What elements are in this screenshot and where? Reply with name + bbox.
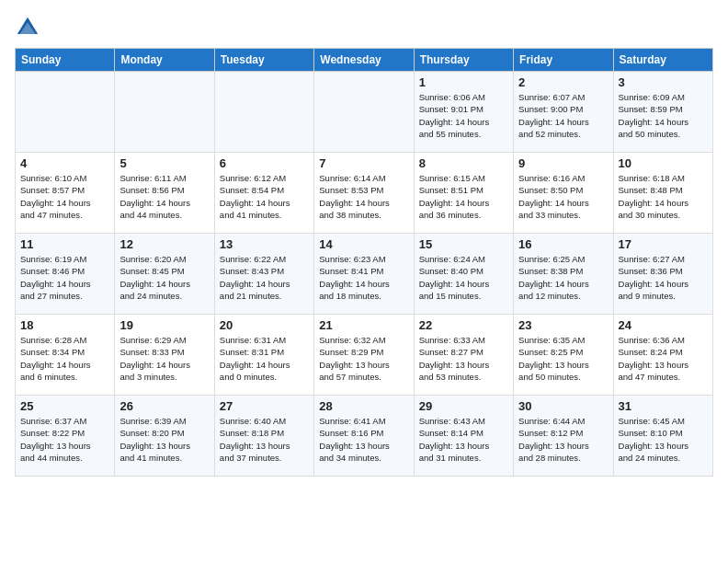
day-info: Sunrise: 6:44 AM Sunset: 8:12 PM Dayligh… bbox=[518, 415, 608, 464]
day-info: Sunrise: 6:20 AM Sunset: 8:45 PM Dayligh… bbox=[119, 253, 209, 302]
calendar-cell: 28Sunrise: 6:41 AM Sunset: 8:16 PM Dayli… bbox=[314, 396, 414, 477]
day-number: 13 bbox=[220, 237, 309, 251]
day-number: 30 bbox=[518, 399, 608, 413]
calendar-cell: 11Sunrise: 6:19 AM Sunset: 8:46 PM Dayli… bbox=[16, 234, 115, 315]
calendar-cell: 31Sunrise: 6:45 AM Sunset: 8:10 PM Dayli… bbox=[613, 396, 712, 477]
logo bbox=[15, 15, 44, 40]
day-number: 29 bbox=[419, 399, 508, 413]
calendar-week-row: 18Sunrise: 6:28 AM Sunset: 8:34 PM Dayli… bbox=[16, 315, 713, 396]
calendar-cell: 16Sunrise: 6:25 AM Sunset: 8:38 PM Dayli… bbox=[514, 234, 613, 315]
day-info: Sunrise: 6:16 AM Sunset: 8:50 PM Dayligh… bbox=[518, 172, 608, 221]
day-info: Sunrise: 6:23 AM Sunset: 8:41 PM Dayligh… bbox=[319, 253, 408, 302]
calendar-cell: 9Sunrise: 6:16 AM Sunset: 8:50 PM Daylig… bbox=[514, 153, 613, 234]
calendar-cell: 22Sunrise: 6:33 AM Sunset: 8:27 PM Dayli… bbox=[414, 315, 513, 396]
day-info: Sunrise: 6:37 AM Sunset: 8:22 PM Dayligh… bbox=[20, 415, 109, 464]
calendar-cell: 8Sunrise: 6:15 AM Sunset: 8:51 PM Daylig… bbox=[414, 153, 513, 234]
day-info: Sunrise: 6:19 AM Sunset: 8:46 PM Dayligh… bbox=[20, 253, 109, 302]
day-of-week-header: Wednesday bbox=[314, 49, 414, 72]
calendar-cell bbox=[115, 72, 214, 153]
calendar-cell: 13Sunrise: 6:22 AM Sunset: 8:43 PM Dayli… bbox=[214, 234, 313, 315]
day-info: Sunrise: 6:31 AM Sunset: 8:31 PM Dayligh… bbox=[220, 334, 309, 383]
day-number: 15 bbox=[419, 237, 508, 251]
calendar-cell: 10Sunrise: 6:18 AM Sunset: 8:48 PM Dayli… bbox=[613, 153, 712, 234]
day-info: Sunrise: 6:36 AM Sunset: 8:24 PM Dayligh… bbox=[619, 334, 708, 383]
day-of-week-header: Tuesday bbox=[214, 49, 313, 72]
calendar-cell: 25Sunrise: 6:37 AM Sunset: 8:22 PM Dayli… bbox=[16, 396, 115, 477]
calendar-cell: 17Sunrise: 6:27 AM Sunset: 8:36 PM Dayli… bbox=[613, 234, 712, 315]
calendar-cell: 23Sunrise: 6:35 AM Sunset: 8:25 PM Dayli… bbox=[514, 315, 613, 396]
day-info: Sunrise: 6:06 AM Sunset: 9:01 PM Dayligh… bbox=[419, 91, 508, 140]
calendar-cell: 3Sunrise: 6:09 AM Sunset: 8:59 PM Daylig… bbox=[613, 72, 712, 153]
day-info: Sunrise: 6:10 AM Sunset: 8:57 PM Dayligh… bbox=[20, 172, 109, 221]
day-info: Sunrise: 6:18 AM Sunset: 8:48 PM Dayligh… bbox=[619, 172, 708, 221]
calendar-header-row: SundayMondayTuesdayWednesdayThursdayFrid… bbox=[16, 49, 713, 72]
calendar-cell: 12Sunrise: 6:20 AM Sunset: 8:45 PM Dayli… bbox=[115, 234, 214, 315]
day-info: Sunrise: 6:22 AM Sunset: 8:43 PM Dayligh… bbox=[220, 253, 309, 302]
day-of-week-header: Friday bbox=[514, 49, 613, 72]
day-number: 4 bbox=[20, 156, 109, 170]
day-number: 21 bbox=[319, 318, 408, 332]
calendar-cell: 26Sunrise: 6:39 AM Sunset: 8:20 PM Dayli… bbox=[115, 396, 214, 477]
day-number: 11 bbox=[20, 237, 109, 251]
day-of-week-header: Monday bbox=[115, 49, 214, 72]
day-info: Sunrise: 6:45 AM Sunset: 8:10 PM Dayligh… bbox=[619, 415, 708, 464]
calendar-cell: 1Sunrise: 6:06 AM Sunset: 9:01 PM Daylig… bbox=[414, 72, 513, 153]
day-number: 19 bbox=[119, 318, 209, 332]
day-of-week-header: Thursday bbox=[414, 49, 513, 72]
calendar-cell bbox=[314, 72, 414, 153]
calendar-cell: 7Sunrise: 6:14 AM Sunset: 8:53 PM Daylig… bbox=[314, 153, 414, 234]
calendar-week-row: 4Sunrise: 6:10 AM Sunset: 8:57 PM Daylig… bbox=[16, 153, 713, 234]
day-info: Sunrise: 6:24 AM Sunset: 8:40 PM Dayligh… bbox=[419, 253, 508, 302]
day-info: Sunrise: 6:43 AM Sunset: 8:14 PM Dayligh… bbox=[419, 415, 508, 464]
day-info: Sunrise: 6:12 AM Sunset: 8:54 PM Dayligh… bbox=[220, 172, 309, 221]
day-number: 14 bbox=[319, 237, 408, 251]
calendar-cell: 6Sunrise: 6:12 AM Sunset: 8:54 PM Daylig… bbox=[214, 153, 313, 234]
calendar-cell: 29Sunrise: 6:43 AM Sunset: 8:14 PM Dayli… bbox=[414, 396, 513, 477]
day-number: 6 bbox=[220, 156, 309, 170]
calendar-cell: 27Sunrise: 6:40 AM Sunset: 8:18 PM Dayli… bbox=[214, 396, 313, 477]
day-info: Sunrise: 6:35 AM Sunset: 8:25 PM Dayligh… bbox=[518, 334, 608, 383]
day-number: 2 bbox=[518, 75, 608, 89]
day-number: 8 bbox=[419, 156, 508, 170]
calendar-cell: 15Sunrise: 6:24 AM Sunset: 8:40 PM Dayli… bbox=[414, 234, 513, 315]
day-info: Sunrise: 6:29 AM Sunset: 8:33 PM Dayligh… bbox=[119, 334, 209, 383]
day-number: 31 bbox=[619, 399, 708, 413]
day-number: 16 bbox=[518, 237, 608, 251]
calendar-cell: 24Sunrise: 6:36 AM Sunset: 8:24 PM Dayli… bbox=[613, 315, 712, 396]
calendar-week-row: 1Sunrise: 6:06 AM Sunset: 9:01 PM Daylig… bbox=[16, 72, 713, 153]
day-info: Sunrise: 6:32 AM Sunset: 8:29 PM Dayligh… bbox=[319, 334, 408, 383]
day-info: Sunrise: 6:28 AM Sunset: 8:34 PM Dayligh… bbox=[20, 334, 109, 383]
calendar-cell: 19Sunrise: 6:29 AM Sunset: 8:33 PM Dayli… bbox=[115, 315, 214, 396]
day-number: 27 bbox=[220, 399, 309, 413]
calendar-cell: 14Sunrise: 6:23 AM Sunset: 8:41 PM Dayli… bbox=[314, 234, 414, 315]
day-info: Sunrise: 6:33 AM Sunset: 8:27 PM Dayligh… bbox=[419, 334, 508, 383]
day-info: Sunrise: 6:40 AM Sunset: 8:18 PM Dayligh… bbox=[220, 415, 309, 464]
day-number: 3 bbox=[619, 75, 708, 89]
day-number: 24 bbox=[619, 318, 708, 332]
calendar-cell: 20Sunrise: 6:31 AM Sunset: 8:31 PM Dayli… bbox=[214, 315, 313, 396]
day-number: 20 bbox=[220, 318, 309, 332]
day-number: 23 bbox=[518, 318, 608, 332]
calendar-cell: 18Sunrise: 6:28 AM Sunset: 8:34 PM Dayli… bbox=[16, 315, 115, 396]
day-number: 1 bbox=[419, 75, 508, 89]
day-number: 12 bbox=[119, 237, 209, 251]
day-info: Sunrise: 6:09 AM Sunset: 8:59 PM Dayligh… bbox=[619, 91, 708, 140]
day-number: 10 bbox=[619, 156, 708, 170]
calendar-cell: 30Sunrise: 6:44 AM Sunset: 8:12 PM Dayli… bbox=[514, 396, 613, 477]
calendar-cell: 2Sunrise: 6:07 AM Sunset: 9:00 PM Daylig… bbox=[514, 72, 613, 153]
day-number: 18 bbox=[20, 318, 109, 332]
calendar-table: SundayMondayTuesdayWednesdayThursdayFrid… bbox=[15, 48, 713, 477]
day-info: Sunrise: 6:11 AM Sunset: 8:56 PM Dayligh… bbox=[119, 172, 209, 221]
calendar-cell bbox=[16, 72, 115, 153]
day-number: 22 bbox=[419, 318, 508, 332]
day-number: 26 bbox=[119, 399, 209, 413]
day-info: Sunrise: 6:07 AM Sunset: 9:00 PM Dayligh… bbox=[518, 91, 608, 140]
logo-icon bbox=[15, 15, 40, 40]
day-number: 7 bbox=[319, 156, 408, 170]
day-number: 17 bbox=[619, 237, 708, 251]
calendar-cell bbox=[214, 72, 313, 153]
day-number: 5 bbox=[119, 156, 209, 170]
day-info: Sunrise: 6:41 AM Sunset: 8:16 PM Dayligh… bbox=[319, 415, 408, 464]
calendar-week-row: 11Sunrise: 6:19 AM Sunset: 8:46 PM Dayli… bbox=[16, 234, 713, 315]
calendar-cell: 21Sunrise: 6:32 AM Sunset: 8:29 PM Dayli… bbox=[314, 315, 414, 396]
